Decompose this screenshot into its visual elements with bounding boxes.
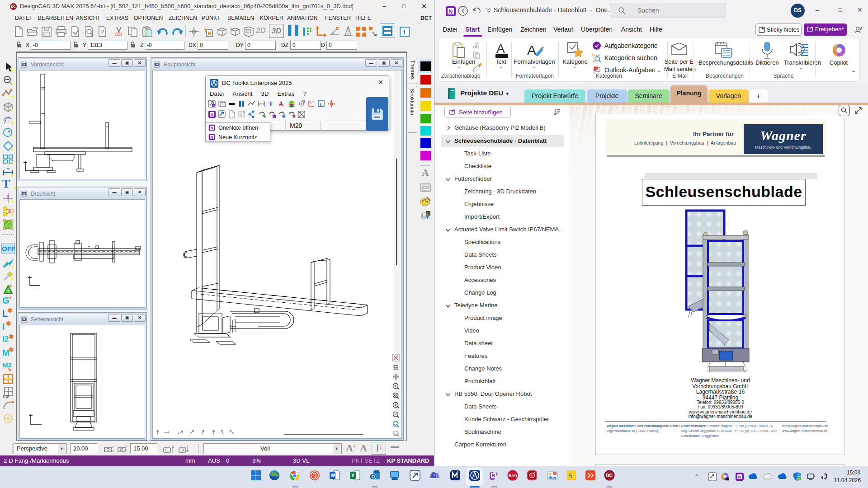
svg-text:S: S [568,472,572,479]
svg-text:A: A [527,42,536,57]
svg-text:R: R [208,31,212,36]
svg-text:DC: DC [606,473,613,478]
svg-text:A: A [496,42,505,56]
svg-text:O: O [372,474,375,479]
svg-text:P: P [101,29,104,36]
svg-text:N: N [448,8,453,15]
svg-text:T: T [433,473,435,477]
svg-text:W: W [331,473,335,478]
svg-text:RAD: RAD [509,474,518,478]
svg-text:X: X [351,473,354,478]
svg-text:N: N [738,475,741,479]
svg-text:N: N [492,473,495,478]
svg-text:i: i [403,28,405,36]
